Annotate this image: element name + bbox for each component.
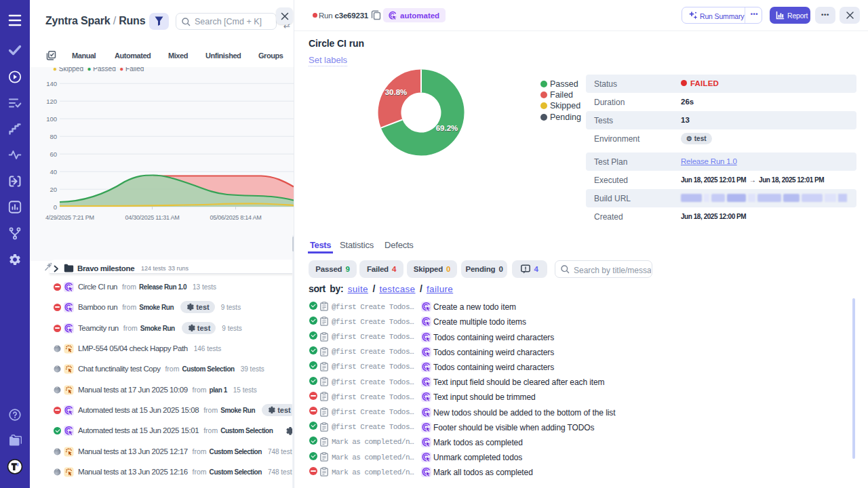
svg-text:40: 40 bbox=[50, 168, 57, 176]
svg-text:04/30/2025 11:31 AM: 04/30/2025 11:31 AM bbox=[125, 214, 179, 221]
svg-text:4/29/2025 7:21 PM: 4/29/2025 7:21 PM bbox=[45, 214, 94, 221]
svg-text:100: 100 bbox=[46, 115, 57, 123]
svg-text:0: 0 bbox=[54, 203, 57, 211]
svg-text:30.8%: 30.8% bbox=[385, 88, 408, 96]
svg-text:60: 60 bbox=[50, 150, 57, 158]
svg-text:20: 20 bbox=[50, 186, 57, 193]
svg-text:120: 120 bbox=[46, 98, 57, 105]
svg-text:80: 80 bbox=[50, 133, 57, 140]
svg-text:69.2%: 69.2% bbox=[436, 124, 458, 132]
svg-text:140: 140 bbox=[46, 80, 57, 87]
svg-text:05/06/2025 8:14 AM: 05/06/2025 8:14 AM bbox=[210, 214, 261, 221]
